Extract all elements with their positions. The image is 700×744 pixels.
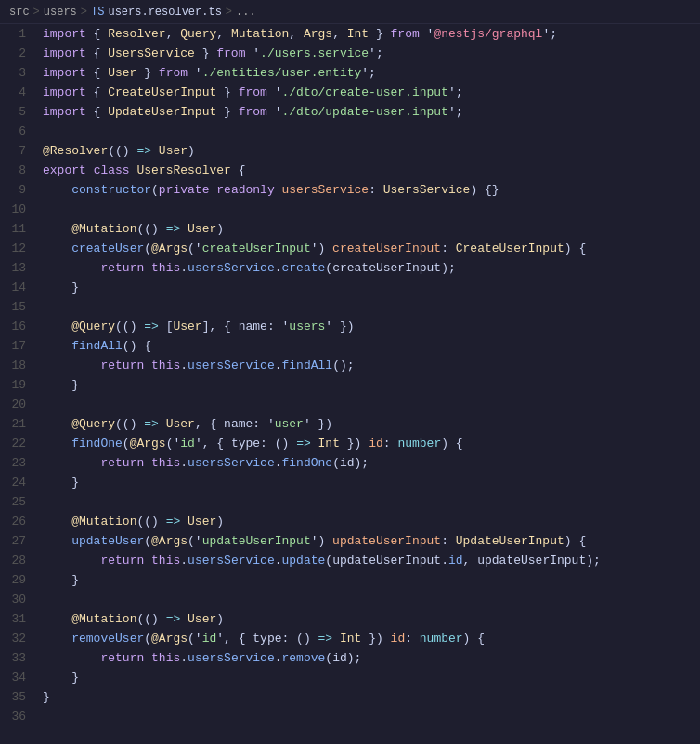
line-content[interactable] (39, 200, 700, 219)
token-punc: ( (144, 632, 151, 646)
token-punc: } (216, 105, 238, 119)
token-kw: import (43, 105, 86, 119)
breadcrumb-filename[interactable]: users.resolver.ts (108, 6, 221, 19)
line-content[interactable]: updateUser(@Args('updateUserInput') upda… (39, 531, 700, 551)
line-content[interactable]: } (39, 570, 700, 590)
token-punc: , (332, 27, 347, 41)
breadcrumb-sep3: > (226, 6, 232, 19)
line-content[interactable]: import { User } from './entities/user.en… (39, 63, 700, 83)
token-punc: (() (115, 320, 136, 333)
token-punc: ( (151, 183, 159, 197)
token-prop: usersService (188, 359, 275, 372)
code-line: 29 } (0, 570, 700, 590)
token-cls: UsersResolver (136, 163, 230, 177)
line-content[interactable]: removeUser(@Args('id', { type: () => Int… (39, 629, 700, 648)
token-punc: '; (448, 85, 463, 99)
line-content[interactable]: } (39, 473, 700, 492)
line-content[interactable]: @Resolver(() => User) (39, 141, 700, 161)
token-fn: updateUser (71, 534, 144, 548)
line-content[interactable]: createUser(@Args('createUserInput') crea… (39, 239, 700, 258)
breadcrumb-users[interactable]: users (44, 6, 77, 19)
token-var: id (340, 456, 355, 470)
token-kw: import (43, 46, 86, 60)
token-punc: { (86, 46, 108, 60)
token-punc: ( (325, 261, 332, 275)
token-str: updateUserInput (202, 534, 311, 548)
line-content[interactable]: export class UsersResolver { (39, 161, 700, 180)
token-dec: @Args (130, 437, 166, 450)
code-line: 5import { UpdateUserInput } from './dto/… (0, 102, 700, 122)
token-punc (43, 417, 71, 431)
token-prop: usersService (188, 456, 275, 470)
line-content[interactable]: import { Resolver, Query, Mutation, Args… (39, 24, 700, 44)
token-kw: this (151, 261, 180, 275)
line-content[interactable]: return this.usersService.remove(id); (39, 648, 700, 668)
line-content[interactable]: } (39, 687, 700, 707)
code-line: 12 createUser(@Args('createUserInput') c… (0, 239, 700, 258)
line-number: 3 (0, 63, 39, 83)
line-content[interactable]: return this.usersService.findOne(id); (39, 453, 700, 473)
token-param: createUserInput (332, 241, 441, 255)
line-content[interactable]: @Mutation(() => User) (39, 609, 700, 629)
token-punc (43, 456, 100, 470)
code-line: 3import { User } from './entities/user.e… (0, 63, 700, 83)
line-content[interactable]: @Query(() => User, { name: 'user' }) (39, 414, 700, 434)
token-var: createUserInput (332, 261, 441, 275)
line-content[interactable]: return this.usersService.update(updateUs… (39, 551, 700, 570)
line-content[interactable]: import { UpdateUserInput } from './dto/u… (39, 102, 700, 122)
line-content[interactable] (39, 590, 700, 609)
code-line: 30 (0, 590, 700, 609)
line-content[interactable] (39, 395, 700, 414)
token-kw: from (216, 46, 245, 60)
line-content[interactable]: @Mutation(() => User) (39, 512, 700, 531)
line-content[interactable]: return this.usersService.create(createUs… (39, 258, 700, 278)
line-content[interactable]: constructor(private readonly usersServic… (39, 180, 700, 200)
code-line: 20 (0, 395, 700, 414)
code-line: 21 @Query(() => User, { name: 'user' }) (0, 414, 700, 434)
token-punc (43, 612, 71, 626)
line-content[interactable]: @Query(() => [User], { name: 'users' }) (39, 317, 700, 336)
line-content[interactable] (39, 122, 700, 141)
token-punc (144, 359, 151, 372)
breadcrumb-src[interactable]: src (9, 6, 30, 19)
token-prop: usersService (188, 261, 275, 275)
line-content[interactable]: findAll() { (39, 336, 700, 356)
token-punc: . (275, 456, 282, 470)
line-content[interactable]: } (39, 375, 700, 395)
line-content[interactable] (39, 492, 700, 512)
line-number: 5 (0, 102, 39, 122)
code-line: 17 findAll() { (0, 336, 700, 356)
breadcrumb-sep2: > (81, 6, 87, 19)
token-cls: CreateUserInput (456, 241, 564, 255)
line-number: 29 (0, 570, 39, 590)
token-punc: ); (355, 456, 369, 470)
token-cls: Mutation (231, 27, 289, 41)
line-content[interactable]: import { UsersService } from './users.se… (39, 44, 700, 63)
token-str: ./dto/create-user.input (281, 85, 447, 99)
token-cls: User (188, 222, 216, 236)
token-cls: Resolver (108, 27, 165, 41)
line-number: 31 (0, 609, 39, 629)
token-kw: import (43, 66, 86, 80)
line-content[interactable]: @Mutation(() => User) (39, 219, 700, 239)
token-punc: . (180, 261, 188, 275)
token-kw: this (151, 554, 180, 568)
code-line: 10 (0, 200, 700, 219)
code-area: 1import { Resolver, Query, Mutation, Arg… (0, 24, 700, 744)
line-content[interactable]: } (39, 668, 700, 687)
token-cls: User (188, 515, 216, 529)
line-content[interactable]: return this.usersService.findAll(); (39, 356, 700, 375)
line-content[interactable]: findOne(@Args('id', { type: () => Int })… (39, 434, 700, 453)
line-number: 27 (0, 531, 39, 551)
line-number: 28 (0, 551, 39, 570)
line-content[interactable]: import { CreateUserInput } from './dto/c… (39, 83, 700, 102)
token-kw2: number (420, 632, 463, 646)
token-prop: id (448, 554, 463, 568)
code-line: 25 (0, 492, 700, 512)
token-punc: ' (267, 105, 282, 119)
line-content[interactable] (39, 707, 700, 726)
line-content[interactable]: } (39, 278, 700, 297)
token-op: => (136, 320, 165, 333)
token-cls: Args (304, 27, 332, 41)
line-content[interactable] (39, 297, 700, 317)
